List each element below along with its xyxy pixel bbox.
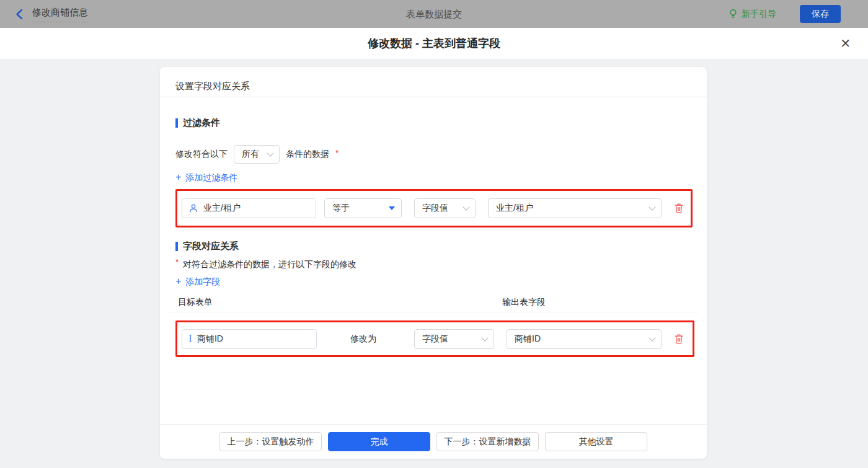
match-mode-value: 所有 xyxy=(242,149,259,160)
lightbulb-icon xyxy=(728,9,738,19)
filter-operator-select[interactable]: 等于 xyxy=(324,198,402,218)
beginner-guide-button[interactable]: 新手引导 xyxy=(728,0,776,28)
modify-to-label: 修改为 xyxy=(350,333,376,345)
condition-prefix-label: 修改符合以下 xyxy=(175,149,228,160)
plus-icon: + xyxy=(175,172,181,182)
filter-value-type-value: 字段值 xyxy=(422,203,448,214)
close-icon[interactable]: ✕ xyxy=(840,28,851,59)
delete-mapping-row-button[interactable] xyxy=(673,333,684,345)
mapping-value-select[interactable]: 商铺ID xyxy=(507,329,662,349)
add-field-link[interactable]: + 添加字段 xyxy=(175,276,220,288)
mapping-section-label: 字段对应关系 xyxy=(183,241,239,252)
top-bar: 修改商铺信息 表单数据提交 新手引导 保存 xyxy=(0,0,868,28)
column-header-target-form: 目标表单 xyxy=(178,297,213,308)
highlight-box-mapping-row: I 商铺ID 修改为 字段值 商铺ID xyxy=(175,320,694,357)
chevron-down-icon xyxy=(481,334,488,341)
header-divider xyxy=(160,97,707,97)
highlight-box-filter-row: 业主/租户 等于 字段值 业主/租户 xyxy=(175,189,693,227)
mapping-value-type-value: 字段值 xyxy=(422,333,448,345)
filter-section-title: 过滤条件 xyxy=(175,117,220,129)
other-settings-button[interactable]: 其他设置 xyxy=(545,432,647,451)
condition-suffix-label: 条件的数据 xyxy=(286,149,329,160)
next-step-button[interactable]: 下一步：设置新增数据 xyxy=(436,432,539,451)
section-accent-bar xyxy=(175,242,178,251)
prev-step-button[interactable]: 上一步：设置触发动作 xyxy=(219,432,322,451)
columns-divider xyxy=(167,312,699,312)
required-asterisk: * xyxy=(335,148,339,157)
mapping-field-input[interactable]: I 商铺ID xyxy=(182,329,317,349)
guide-label: 新手引导 xyxy=(742,9,776,20)
trash-icon xyxy=(674,203,684,214)
mapping-value-type-select[interactable]: 字段值 xyxy=(414,329,494,349)
filter-field-input[interactable]: 业主/租户 xyxy=(182,198,316,218)
add-filter-condition-label: 添加过滤条件 xyxy=(185,172,237,183)
filter-condition-row: 修改符合以下 所有 条件的数据 * xyxy=(175,145,339,164)
chevron-down-icon xyxy=(463,203,469,210)
filter-operator-value: 等于 xyxy=(332,203,350,214)
add-filter-condition-link[interactable]: + 添加过滤条件 xyxy=(175,172,237,183)
filter-value-type-select[interactable]: 字段值 xyxy=(414,198,476,218)
delete-filter-row-button[interactable] xyxy=(673,202,684,214)
mapping-value-value: 商铺ID xyxy=(515,333,541,345)
plus-icon: + xyxy=(175,276,181,286)
modal-header: 修改数据 - 主表到普通字段 ✕ xyxy=(0,28,868,59)
chevron-down-icon xyxy=(649,334,655,341)
trash-icon xyxy=(674,333,684,345)
caret-down-icon xyxy=(389,206,395,210)
filter-section-label: 过滤条件 xyxy=(183,117,220,129)
mapping-field-value: 商铺ID xyxy=(197,333,223,345)
panel-title: 设置字段对应关系 xyxy=(175,81,250,92)
done-button[interactable]: 完成 xyxy=(328,432,430,451)
footer-buttons: 上一步：设置触发动作 完成 下一步：设置新增数据 其他设置 xyxy=(160,432,707,451)
required-asterisk: * xyxy=(175,257,179,267)
footer-divider xyxy=(160,424,707,425)
modal-title: 修改数据 - 主表到普通字段 xyxy=(0,28,868,59)
filter-field-value: 业主/租户 xyxy=(203,203,241,214)
text-field-icon: I xyxy=(188,334,192,343)
app-root: 修改商铺信息 表单数据提交 新手引导 保存 修改数据 - 主表到普通字段 ✕ 设… xyxy=(0,0,868,468)
match-mode-select[interactable]: 所有 xyxy=(234,145,280,164)
filter-value-value: 业主/租户 xyxy=(496,203,533,214)
chevron-down-icon xyxy=(267,149,273,156)
mapping-note: * 对符合过滤条件的数据，进行以下字段的修改 xyxy=(175,259,356,270)
section-accent-bar xyxy=(175,118,178,128)
mapping-panel: 设置字段对应关系 过滤条件 修改符合以下 所有 条件的数据 * + 添加过滤条件 xyxy=(160,67,707,459)
mapping-note-text: 对符合过滤条件的数据，进行以下字段的修改 xyxy=(183,259,356,270)
add-field-label: 添加字段 xyxy=(185,276,220,288)
save-button[interactable]: 保存 xyxy=(800,5,841,23)
column-header-output-field: 输出表字段 xyxy=(502,297,546,308)
filter-value-select[interactable]: 业主/租户 xyxy=(488,198,662,218)
user-icon xyxy=(188,203,198,213)
chevron-down-icon xyxy=(649,203,655,210)
mapping-section-title: 字段对应关系 xyxy=(175,241,239,252)
